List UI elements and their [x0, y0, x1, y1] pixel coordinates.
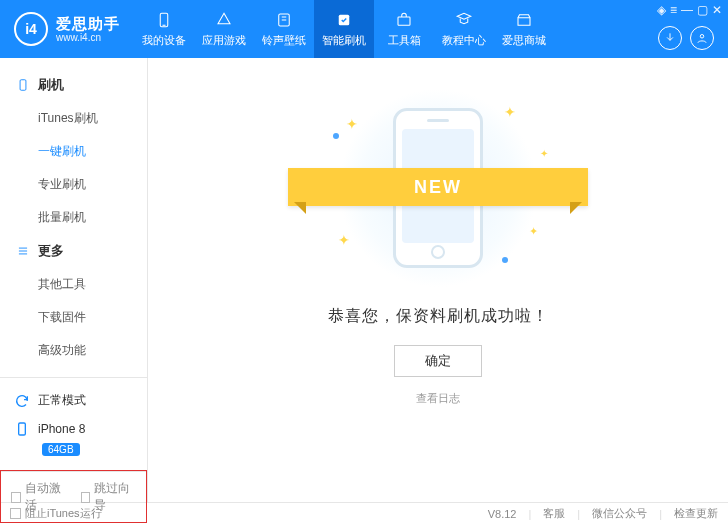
menu-button[interactable]: ≡: [670, 4, 677, 16]
top-nav: 我的设备 应用游戏 铃声壁纸 智能刷机 工具箱 教程中心 爱思商城: [134, 0, 554, 58]
svg-point-5: [700, 35, 704, 39]
checkbox-icon: [11, 492, 21, 503]
svg-rect-6: [20, 80, 26, 91]
sidebar-head-label: 更多: [38, 242, 64, 260]
flash-icon: [335, 11, 353, 29]
sidebar-item-other-tools[interactable]: 其他工具: [0, 268, 147, 301]
view-log-link[interactable]: 查看日志: [416, 391, 460, 406]
window-controls: ◈ ≡ — ▢ ✕: [657, 4, 722, 16]
nav-label: 教程中心: [442, 33, 486, 48]
footer-right: V8.12 | 客服 | 微信公众号 | 检查更新: [488, 506, 718, 521]
sidebar-item-download-fw[interactable]: 下载固件: [0, 301, 147, 334]
nav-label: 智能刷机: [322, 33, 366, 48]
svg-rect-4: [398, 17, 410, 25]
separator: |: [577, 508, 580, 520]
nav-label: 爱思商城: [502, 33, 546, 48]
nav-tutorial[interactable]: 教程中心: [434, 0, 494, 58]
dot-icon: [502, 257, 508, 263]
sidebar-head-label: 刷机: [38, 76, 64, 94]
user-button[interactable]: [690, 26, 714, 50]
sidebar-item-advanced[interactable]: 高级功能: [0, 334, 147, 367]
header-actions: [658, 26, 714, 50]
svg-rect-10: [19, 423, 26, 435]
storage-badge: 64GB: [42, 443, 80, 456]
app-url: www.i4.cn: [56, 32, 120, 44]
support-link[interactable]: 客服: [543, 506, 565, 521]
nav-ringtone[interactable]: 铃声壁纸: [254, 0, 314, 58]
phone-icon: [16, 78, 30, 92]
sidebar-item-oneclick-flash[interactable]: 一键刷机: [0, 135, 147, 168]
checkbox-icon: [10, 508, 21, 519]
skin-button[interactable]: ◈: [657, 4, 666, 16]
new-ribbon: NEW: [288, 168, 588, 206]
close-button[interactable]: ✕: [712, 4, 722, 16]
store-icon: [515, 11, 533, 29]
sidebar-head-more: 更多: [0, 234, 147, 268]
sidebar-head-flash: 刷机: [0, 68, 147, 102]
maximize-button[interactable]: ▢: [697, 4, 708, 16]
separator: |: [659, 508, 662, 520]
block-itunes-checkbox[interactable]: 阻止iTunes运行: [10, 506, 102, 521]
nav-apps[interactable]: 应用游戏: [194, 0, 254, 58]
device-icon: [155, 11, 173, 29]
refresh-icon: [14, 393, 30, 409]
sidebar-item-pro-flash[interactable]: 专业刷机: [0, 168, 147, 201]
sidebar-item-itunes-flash[interactable]: iTunes刷机: [0, 102, 147, 135]
sparkle-icon: ✦: [529, 225, 538, 238]
sidebar-list: 刷机 iTunes刷机 一键刷机 专业刷机 批量刷机 更多 其他工具 下载固件 …: [0, 58, 147, 377]
checkbox-label: 阻止iTunes运行: [25, 506, 102, 521]
toolbox-icon: [395, 11, 413, 29]
nav-label: 工具箱: [388, 33, 421, 48]
wechat-link[interactable]: 微信公众号: [592, 506, 647, 521]
sidebar-item-batch-flash[interactable]: 批量刷机: [0, 201, 147, 234]
logo-area: i4 爱思助手 www.i4.cn: [0, 12, 134, 46]
nav-label: 我的设备: [142, 33, 186, 48]
phone-icon: [14, 421, 30, 437]
sidebar: 刷机 iTunes刷机 一键刷机 专业刷机 批量刷机 更多 其他工具 下载固件 …: [0, 58, 148, 502]
header: i4 爱思助手 www.i4.cn 我的设备 应用游戏 铃声壁纸 智能刷机 工具…: [0, 0, 728, 58]
checkbox-icon: [81, 492, 91, 503]
success-illustration: ✦ ✦ ✦ ✦ ✦ NEW: [318, 98, 558, 278]
logo-text: 爱思助手 www.i4.cn: [56, 15, 120, 44]
tutorial-icon: [455, 11, 473, 29]
app-title: 爱思助手: [56, 15, 120, 32]
dot-icon: [333, 133, 339, 139]
update-link[interactable]: 检查更新: [674, 506, 718, 521]
status-device[interactable]: iPhone 8: [10, 415, 137, 443]
nav-label: 应用游戏: [202, 33, 246, 48]
success-message: 恭喜您，保资料刷机成功啦！: [328, 306, 549, 327]
separator: |: [528, 508, 531, 520]
status-mode-label: 正常模式: [38, 392, 86, 409]
sparkle-icon: ✦: [540, 148, 548, 159]
music-icon: [275, 11, 293, 29]
version-label: V8.12: [488, 508, 517, 520]
body: 刷机 iTunes刷机 一键刷机 专业刷机 批量刷机 更多 其他工具 下载固件 …: [0, 58, 728, 502]
device-status: 正常模式 iPhone 8 64GB: [0, 377, 147, 470]
download-button[interactable]: [658, 26, 682, 50]
status-storage-row: 64GB: [10, 443, 137, 462]
nav-label: 铃声壁纸: [262, 33, 306, 48]
minimize-button[interactable]: —: [681, 4, 693, 16]
ok-button[interactable]: 确定: [394, 345, 482, 377]
status-mode[interactable]: 正常模式: [10, 386, 137, 415]
nav-flash[interactable]: 智能刷机: [314, 0, 374, 58]
sparkle-icon: ✦: [504, 104, 516, 120]
apps-icon: [215, 11, 233, 29]
sparkle-icon: ✦: [346, 116, 358, 132]
nav-my-device[interactable]: 我的设备: [134, 0, 194, 58]
status-device-label: iPhone 8: [38, 422, 85, 436]
main-content: ✦ ✦ ✦ ✦ ✦ NEW 恭喜您，保资料刷机成功啦！ 确定 查看日志: [148, 58, 728, 502]
sparkle-icon: ✦: [338, 232, 350, 248]
nav-store[interactable]: 爱思商城: [494, 0, 554, 58]
logo-icon: i4: [14, 12, 48, 46]
menu-icon: [16, 244, 30, 258]
nav-toolbox[interactable]: 工具箱: [374, 0, 434, 58]
